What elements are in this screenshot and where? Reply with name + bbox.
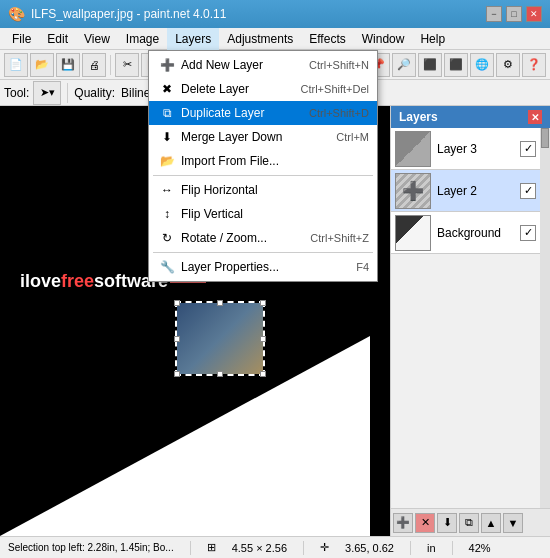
menu-merge-layer[interactable]: ⬇ Merge Layer Down Ctrl+M <box>149 125 377 149</box>
menu-adjustments[interactable]: Adjustments <box>219 28 301 50</box>
toolbar-right-6[interactable]: ⚙ <box>496 53 520 77</box>
status-zoom: 42% <box>469 542 491 554</box>
ilfs-free: free <box>61 271 94 291</box>
toolbar-right-4[interactable]: ⬛ <box>444 53 468 77</box>
menu-delete-layer[interactable]: ✖ Delete Layer Ctrl+Shift+Del <box>149 77 377 101</box>
layers-list: Layer 3 ✓ ➕ Layer 2 ✓ Background ✓ <box>391 128 540 508</box>
handle-bm <box>217 371 223 377</box>
minimize-button[interactable]: − <box>486 6 502 22</box>
handle-tr <box>260 300 266 306</box>
quality-label: Quality: <box>74 86 115 100</box>
flip-v-icon: ↕ <box>157 204 177 224</box>
menu-effects[interactable]: Effects <box>301 28 353 50</box>
menu-edit[interactable]: Edit <box>39 28 76 50</box>
status-icon-coords: ✛ <box>320 541 329 554</box>
status-sep-3 <box>410 541 411 555</box>
status-coordinates: 3.65, 0.62 <box>345 542 394 554</box>
layers-close-button[interactable]: ✕ <box>528 110 542 124</box>
open-button[interactable]: 📂 <box>30 53 54 77</box>
menu-layers[interactable]: Layers <box>167 28 219 50</box>
layer-2-thumb: ➕ <box>395 173 431 209</box>
menu-flip-vertical[interactable]: ↕ Flip Vertical <box>149 202 377 226</box>
add-layer-button[interactable]: ➕ <box>393 513 413 533</box>
toolbar-right-2[interactable]: 🔎 <box>392 53 416 77</box>
layers-title: Layers <box>399 110 438 124</box>
flip-h-icon: ↔ <box>157 180 177 200</box>
window-controls: − □ ✕ <box>486 6 542 22</box>
menu-rotate-zoom[interactable]: ↻ Rotate / Zoom... Ctrl+Shift+Z <box>149 226 377 250</box>
merge-layer-icon: ⬇ <box>157 127 177 147</box>
tools-sep <box>67 83 68 103</box>
handle-tl <box>174 300 180 306</box>
menu-file[interactable]: File <box>4 28 39 50</box>
layers-panel: Layers ✕ Layer 3 ✓ ➕ Layer 2 ✓ <box>390 106 550 536</box>
merge-layer-button[interactable]: ⬇ <box>437 513 457 533</box>
toolbar-sep-1 <box>110 55 111 75</box>
layer-item-background[interactable]: Background ✓ <box>391 212 540 254</box>
menu-help[interactable]: Help <box>412 28 453 50</box>
layers-dropdown: ➕ Add New Layer Ctrl+Shift+N ✖ Delete La… <box>148 50 378 282</box>
status-sep-2 <box>303 541 304 555</box>
import-icon: 📂 <box>157 151 177 171</box>
cut-button[interactable]: ✂ <box>115 53 139 77</box>
scroll-thumb[interactable] <box>541 128 549 148</box>
menu-image[interactable]: Image <box>118 28 167 50</box>
status-sep-1 <box>190 541 191 555</box>
toolbar-right-3[interactable]: ⬛ <box>418 53 442 77</box>
status-bar: Selection top left: 2.28in, 1.45in; Bo..… <box>0 536 550 558</box>
duplicate-layer-label: Duplicate Layer <box>181 106 293 120</box>
menu-bar: File Edit View Image Layers Adjustments … <box>0 28 550 50</box>
tool-selector[interactable]: ➤▾ <box>33 81 61 105</box>
merge-layer-label: Merge Layer Down <box>181 130 320 144</box>
quality-value: Biline <box>121 86 150 100</box>
add-layer-icon: ➕ <box>157 55 177 75</box>
title-bar: 🎨 ILFS_wallpaper.jpg - paint.net 4.0.11 … <box>0 0 550 28</box>
new-button[interactable]: 📄 <box>4 53 28 77</box>
menu-flip-horizontal[interactable]: ↔ Flip Horizontal <box>149 178 377 202</box>
status-icon-dims: ⊞ <box>207 541 216 554</box>
tool-label: Tool: <box>4 86 29 100</box>
rotate-icon: ↻ <box>157 228 177 248</box>
status-selection-info: Selection top left: 2.28in, 1.45in; Bo..… <box>8 542 174 553</box>
layer-item-2[interactable]: ➕ Layer 2 ✓ <box>391 170 540 212</box>
delete-layer-button[interactable]: ✕ <box>415 513 435 533</box>
move-down-button[interactable]: ▼ <box>503 513 523 533</box>
menu-add-new-layer[interactable]: ➕ Add New Layer Ctrl+Shift+N <box>149 53 377 77</box>
layer-3-checkbox[interactable]: ✓ <box>520 141 536 157</box>
duplicate-layer-icon: ⧉ <box>157 103 177 123</box>
window-title: ILFS_wallpaper.jpg - paint.net 4.0.11 <box>31 7 226 21</box>
layers-body: Layer 3 ✓ ➕ Layer 2 ✓ Background ✓ <box>391 128 550 508</box>
menu-view[interactable]: View <box>76 28 118 50</box>
save-button[interactable]: 💾 <box>56 53 80 77</box>
layers-toolbar: ➕ ✕ ⬇ ⧉ ▲ ▼ <box>391 508 550 536</box>
layers-scrollbar[interactable] <box>540 128 550 508</box>
menu-separator-2 <box>153 252 373 253</box>
move-up-button[interactable]: ▲ <box>481 513 501 533</box>
selection-box <box>175 301 265 376</box>
handle-rm <box>260 336 266 342</box>
layer-item-3[interactable]: Layer 3 ✓ <box>391 128 540 170</box>
status-unit: in <box>427 542 436 554</box>
layer-2-checkbox[interactable]: ✓ <box>520 183 536 199</box>
background-checkbox[interactable]: ✓ <box>520 225 536 241</box>
maximize-button[interactable]: □ <box>506 6 522 22</box>
menu-import-file[interactable]: 📂 Import From File... <box>149 149 377 173</box>
menu-duplicate-layer[interactable]: ⧉ Duplicate Layer Ctrl+Shift+D <box>149 101 377 125</box>
menu-separator-1 <box>153 175 373 176</box>
close-button[interactable]: ✕ <box>526 6 542 22</box>
ilfs-ilove: ilove <box>20 271 61 291</box>
handle-lm <box>174 336 180 342</box>
menu-layer-properties[interactable]: 🔧 Layer Properties... F4 <box>149 255 377 279</box>
handle-bl <box>174 371 180 377</box>
duplicate-layer-button[interactable]: ⧉ <box>459 513 479 533</box>
handle-br <box>260 371 266 377</box>
layer-3-name: Layer 3 <box>437 142 520 156</box>
status-sep-4 <box>452 541 453 555</box>
toolbar-right-5[interactable]: 🌐 <box>470 53 494 77</box>
layer-3-thumb <box>395 131 431 167</box>
toolbar-right-7[interactable]: ❓ <box>522 53 546 77</box>
menu-window[interactable]: Window <box>354 28 413 50</box>
selection-content <box>177 303 263 374</box>
properties-icon: 🔧 <box>157 257 177 277</box>
print-button[interactable]: 🖨 <box>82 53 106 77</box>
